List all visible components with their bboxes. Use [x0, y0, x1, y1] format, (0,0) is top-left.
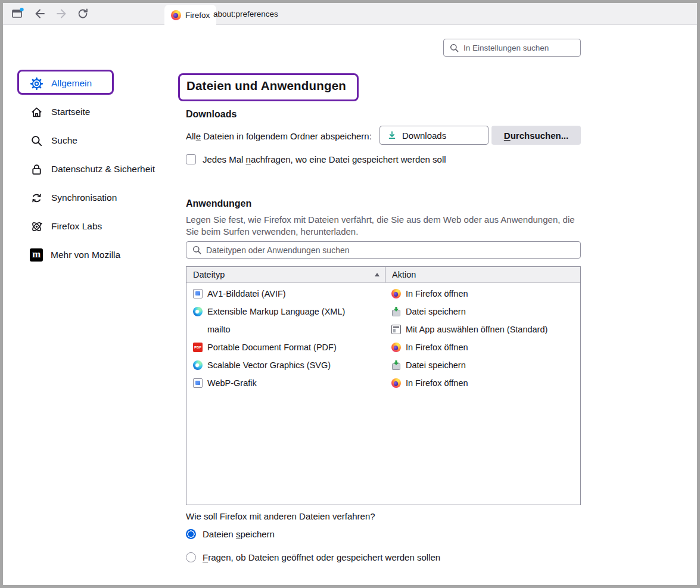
firefox-tab[interactable]: Firefox — [164, 5, 216, 25]
url-text[interactable]: about:preferences — [213, 3, 278, 25]
browser-toolbar: Firefox about:preferences — [3, 3, 697, 25]
preferences-page: Allgemein Startseite Suche — [3, 25, 697, 585]
firefox-logo-icon — [171, 10, 181, 20]
applications-search-input[interactable] — [206, 245, 580, 255]
column-header-dateityp[interactable]: Dateityp — [186, 267, 385, 282]
sidebar-item-mehr-von-mozilla[interactable]: Mehr von Mozilla — [27, 241, 176, 269]
sidebar-item-firefox-labs[interactable]: Firefox Labs — [27, 212, 176, 241]
applications-search-box — [186, 241, 581, 259]
reload-icon[interactable] — [74, 5, 91, 22]
label-text: Jedes Mal — [203, 154, 246, 164]
sidebar-item-label: Allgemein — [51, 78, 92, 89]
column-header-aktion[interactable]: Aktion — [385, 267, 580, 282]
image-file-icon — [193, 378, 203, 388]
sidebar-item-label: Mehr von Mozilla — [51, 250, 120, 260]
file-type-cell: Extensible Markup Language (XML) — [186, 303, 385, 321]
download-folder-value: Downloads — [402, 130, 446, 141]
label-text: ragen, ob Dateien geöffnet oder gespeich… — [208, 552, 440, 562]
applications-heading: Anwendungen — [186, 198, 251, 209]
sidebar-item-synchronisation[interactable]: Synchronisation — [27, 183, 176, 212]
sidebar-item-suche[interactable]: Suche — [27, 126, 176, 155]
sidebar-item-label: Firefox Labs — [51, 221, 102, 232]
sidebar-item-label: Startseite — [51, 107, 90, 117]
ask-download-location-label: Jedes Mal nachfragen, wo eine Datei gesp… — [203, 154, 446, 164]
other-files-question: Wie soll Firefox mit anderen Dateien ver… — [186, 511, 375, 521]
label-accesskey: n — [246, 154, 251, 164]
app-window-icon — [391, 325, 401, 334]
sidebar-item-label: Datenschutz & Sicherheit — [51, 164, 155, 175]
action-cell: Datei speichern — [385, 356, 580, 374]
file-types-table: Dateityp Aktion AV1-Bilddatei (AVIF) — [186, 266, 581, 505]
edge-icon — [193, 360, 203, 370]
file-type-cell: Scalable Vector Graphics (SVG) — [186, 356, 385, 374]
table-row[interactable]: Scalable Vector Graphics (SVG) Datei spe… — [186, 356, 580, 374]
label-accesskey: e — [196, 131, 201, 141]
label-text: All — [186, 131, 196, 141]
settings-search-input[interactable] — [463, 43, 580, 52]
lock-icon — [30, 163, 43, 176]
action-label: In Firefox öffnen — [406, 378, 468, 388]
sidebar-item-datenschutz[interactable]: Datenschutz & Sicherheit — [27, 155, 176, 183]
search-icon — [450, 43, 459, 52]
table-row[interactable]: mailto Mit App auswählen öffnen (Standar… — [186, 321, 580, 338]
action-label: In Firefox öffnen — [406, 289, 468, 298]
label-text: achfragen, wo eine Datei gespeichert wer… — [251, 154, 446, 164]
ask-download-location-checkbox[interactable] — [186, 154, 196, 164]
firefox-icon — [391, 378, 401, 388]
forward-icon[interactable] — [53, 5, 70, 22]
label-text: peichern — [240, 529, 275, 539]
sidebar-item-allgemein[interactable]: Allgemein — [27, 69, 176, 98]
window-icon[interactable] — [9, 5, 26, 22]
option-save-files-row: Dateien speichern — [186, 529, 275, 539]
label-accesskey: F — [203, 552, 208, 562]
file-type-label: Scalable Vector Graphics (SVG) — [207, 360, 331, 370]
table-body: AV1-Bilddatei (AVIF) In Firefox öffnen E… — [186, 283, 580, 505]
firefox-icon — [391, 289, 401, 298]
save-icon — [391, 360, 401, 370]
ask-radio[interactable] — [186, 552, 196, 562]
sidebar: Allgemein Startseite Suche — [27, 69, 176, 269]
table-row[interactable]: Extensible Markup Language (XML) Datei s… — [186, 303, 580, 321]
save-icon — [391, 307, 401, 316]
action-label: In Firefox öffnen — [406, 343, 468, 352]
settings-search-box — [443, 39, 581, 57]
save-files-radio[interactable] — [186, 529, 196, 539]
tab-label: Firefox — [185, 11, 210, 20]
download-folder-label: Alle Dateien in folgendem Ordner abspeic… — [186, 131, 372, 141]
table-row[interactable]: Portable Document Format (PDF) In Firefo… — [186, 338, 580, 356]
browse-button[interactable]: Durchsuchen... — [491, 126, 581, 145]
file-type-cell: AV1-Bilddatei (AVIF) — [186, 285, 385, 303]
save-files-label: Dateien speichern — [203, 529, 275, 539]
search-icon — [30, 134, 43, 148]
label-text: urchsuchen... — [511, 130, 569, 141]
back-icon[interactable] — [32, 5, 48, 22]
applications-description: Legen Sie fest, wie Firefox mit Dateien … — [186, 214, 579, 238]
sidebar-item-startseite[interactable]: Startseite — [27, 98, 176, 126]
label-text: Dateien — [203, 529, 236, 539]
table-row[interactable]: AV1-Bilddatei (AVIF) In Firefox öffnen — [186, 285, 580, 303]
firefox-icon — [391, 343, 401, 352]
table-row[interactable]: WebP-Grafik In Firefox öffnen — [186, 374, 580, 392]
label-text: Dateien in folgendem Ordner abspeichern: — [201, 131, 372, 141]
search-icon — [192, 245, 201, 254]
download-icon — [387, 130, 397, 140]
action-cell: Mit App auswählen öffnen (Standard) — [385, 321, 580, 338]
action-label: Mit App auswählen öffnen (Standard) — [406, 325, 547, 334]
download-folder-field[interactable]: Downloads — [379, 126, 489, 145]
action-cell: In Firefox öffnen — [385, 374, 580, 392]
atom-icon — [30, 220, 43, 234]
image-file-icon — [193, 289, 203, 298]
action-cell: Datei speichern — [385, 303, 580, 321]
ask-download-location-row: Jedes Mal nachfragen, wo eine Datei gesp… — [186, 154, 446, 164]
gear-icon — [30, 77, 43, 91]
file-type-label: mailto — [207, 325, 231, 334]
sync-icon — [30, 191, 43, 205]
file-type-cell: mailto — [186, 321, 385, 338]
edge-icon — [193, 307, 203, 316]
sidebar-item-label: Suche — [51, 135, 77, 146]
pdf-icon — [193, 343, 203, 352]
forward-icon — [55, 7, 68, 20]
page-title: Dateien und Anwendungen — [186, 79, 346, 93]
file-type-cell: Portable Document Format (PDF) — [186, 338, 385, 356]
downloads-heading: Downloads — [186, 109, 237, 120]
